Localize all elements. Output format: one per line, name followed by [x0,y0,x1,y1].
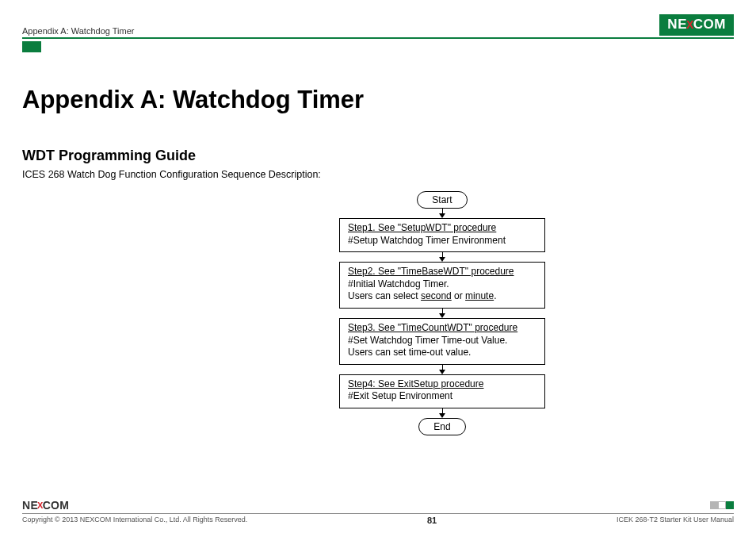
brand-logo: NEXCOM [659,14,734,36]
flow-arrow-icon [439,209,445,218]
flow-arrow-icon [439,365,445,374]
page-content: Appendix A: Watchdog Timer WDT Programmi… [22,52,734,435]
footer-accent-icon [710,501,734,509]
section-description: ICES 268 Watch Dog Function Configuratio… [22,169,734,180]
step-title: Step2. See "TimeBaseWDT" procedure [348,266,536,278]
copyright-text: Copyright © 2013 NEXCOM International Co… [22,516,247,525]
step-body: #Set Watchdog Timer Time-out Value. User… [348,335,536,359]
breadcrumb: Appendix A: Watchdog Timer [22,26,134,36]
flow-arrow-icon [439,408,445,418]
step-body: #Setup Watchdog Timer Environment [348,235,536,247]
flow-step-1: Step1. See "SetupWDT" procedure #Setup W… [339,218,545,252]
flow-start: Start [417,191,467,209]
flow-arrow-icon [439,309,445,318]
footer-logo: NEXCOM [22,499,69,512]
flow-step-2: Step2. See "TimeBaseWDT" procedure #Init… [339,262,545,309]
flow-step-3: Step3. See "TimeCountWDT" procedure #Set… [339,318,545,365]
step-body: #Initial Watchdog Timer. Users can selec… [348,278,536,303]
header-rule [22,37,734,39]
logo-x-icon: X [686,18,694,31]
doc-title-footer: ICEK 268-T2 Starter Kit User Manual [617,516,734,525]
step-body: #Exit Setup Environment [348,390,536,403]
section-subtitle: WDT Programming Guide [22,148,734,164]
page-header: Appendix A: Watchdog Timer NEXCOM [22,14,734,37]
page-number: 81 [427,516,437,525]
step-title: Step1. See "SetupWDT" procedure [348,222,536,235]
footer-rule [22,513,734,514]
header-tab-accent [22,41,41,52]
step-title: Step4: See ExitSetup procedure [348,378,536,391]
flow-end: End [418,418,465,435]
flowchart: Start Step1. See "SetupWDT" procedure #S… [228,191,656,435]
page-footer: NEXCOM Copyright © 2013 NEXCOM Internati… [22,499,734,525]
flow-arrow-icon [439,252,445,262]
page-title: Appendix A: Watchdog Timer [22,86,734,114]
flow-step-4: Step4: See ExitSetup procedure #Exit Set… [339,374,545,408]
step-title: Step3. See "TimeCountWDT" procedure [348,322,536,335]
